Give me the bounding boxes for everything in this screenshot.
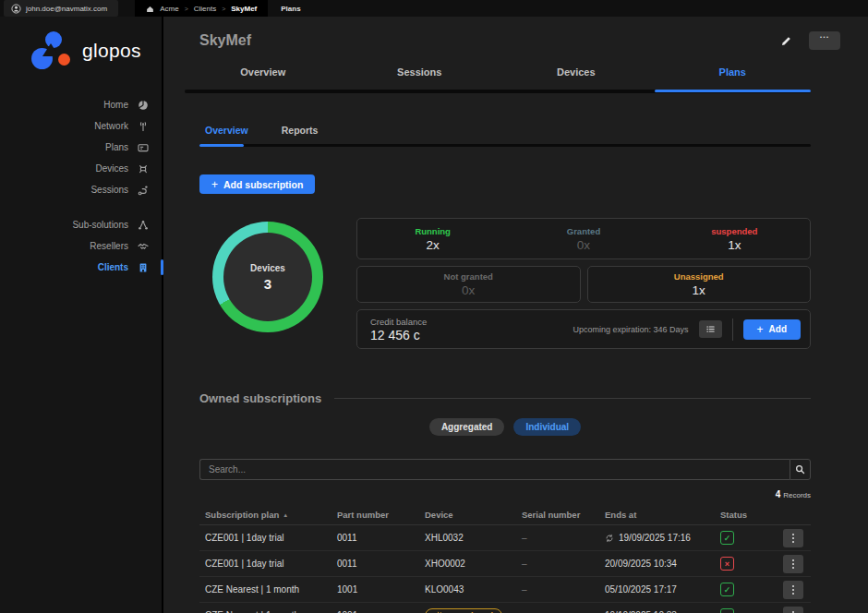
- row-menu-button[interactable]: [783, 607, 803, 613]
- tab-devices[interactable]: Devices: [498, 66, 655, 90]
- topbar-tab-plans[interactable]: Plans: [268, 0, 313, 17]
- page-title: SkyMef: [199, 32, 251, 49]
- table-row[interactable]: CZE Nearest | 1 month 1001 Unassigned – …: [199, 603, 811, 613]
- ellipsis-icon: ...: [820, 31, 830, 40]
- plus-icon: +: [211, 179, 218, 190]
- kebab-icon: [792, 563, 794, 565]
- sidebar-item-devices[interactable]: Devices: [0, 158, 162, 179]
- user-chip[interactable]: john.doe@navmatix.com: [4, 0, 118, 17]
- card-icon: [138, 142, 149, 153]
- stat-suspended: suspended 1x: [659, 226, 810, 252]
- home-icon: [146, 5, 154, 13]
- vertical-divider: [732, 319, 733, 341]
- device-hub-icon: [138, 163, 149, 174]
- route-icon: [138, 185, 149, 196]
- col-part-number[interactable]: Part number: [337, 510, 425, 520]
- row-menu-button[interactable]: [783, 581, 803, 599]
- stat-running: Running 2x: [357, 226, 508, 252]
- tab-overview[interactable]: Overview: [185, 66, 342, 90]
- breadcrumb-item-acme[interactable]: Acme: [160, 5, 178, 13]
- divider-line: [334, 398, 811, 399]
- status-icon: ×: [720, 557, 734, 571]
- search-button[interactable]: [790, 459, 811, 480]
- building-icon: [138, 262, 149, 273]
- row-menu-button[interactable]: [783, 555, 803, 573]
- tab-sessions[interactable]: Sessions: [342, 66, 499, 90]
- donut-center-label: Devices: [250, 263, 285, 273]
- toggle-individual[interactable]: Individual: [513, 418, 581, 436]
- tab-plans[interactable]: Plans: [655, 66, 812, 90]
- owned-subscriptions-header: Owned subscriptions: [199, 391, 811, 405]
- sidebar-item-sessions[interactable]: Sessions: [0, 179, 162, 200]
- view-toggle: Aggregated Individual: [199, 418, 811, 436]
- breadcrumb-item-clients[interactable]: Clients: [194, 5, 216, 13]
- subtab-overview[interactable]: Overview: [205, 125, 248, 144]
- sidebar-item-network[interactable]: Network: [0, 115, 162, 137]
- logo[interactable]: glopos: [31, 31, 162, 70]
- donut-center: Devices 3: [223, 233, 312, 321]
- sidebar: glopos Home Network Plans Devices Sessio…: [0, 17, 163, 613]
- search-input[interactable]: [199, 459, 790, 480]
- table-header-row: Subscription plan▲ Part number Device Se…: [199, 505, 811, 525]
- sidebar-item-home[interactable]: Home: [0, 94, 162, 115]
- sidebar-nav: Home Network Plans Devices Sessions Su: [0, 94, 162, 278]
- active-indicator: [161, 259, 163, 275]
- sidebar-item-clients[interactable]: Clients: [0, 257, 162, 278]
- col-device[interactable]: Device: [425, 510, 522, 520]
- breadcrumb: Acme > Clients > SkyMef: [135, 0, 268, 17]
- breadcrumb-separator: >: [222, 6, 225, 12]
- main-content: SkyMef ... Overview Sessions Devices Pla…: [163, 17, 868, 613]
- status-icon: ✓: [720, 583, 734, 596]
- nodes-icon: [138, 220, 149, 231]
- stat-granted: Granted 0x: [508, 226, 658, 252]
- add-subscription-button[interactable]: + Add subscription: [199, 174, 315, 194]
- row-menu-button[interactable]: [783, 529, 803, 547]
- sidebar-item-sub-solutions[interactable]: Sub-solutions: [0, 214, 162, 235]
- col-status[interactable]: Status: [720, 510, 783, 520]
- table-row[interactable]: CZE001 | 1day trial 0011 XHO0002 – 20/09…: [199, 551, 811, 577]
- handshake-icon: [138, 241, 149, 252]
- table-row[interactable]: CZE001 | 1day trial 0011 XHL0032 – 19/09…: [199, 525, 811, 551]
- credit-balance-value: 12 456 c: [370, 328, 573, 343]
- stat-unassigned-card: Unassigned 1x: [587, 266, 812, 303]
- kebab-icon: [792, 589, 794, 591]
- table-row[interactable]: CZE Nearest | 1 month 1001 KLO0043 – 05/…: [199, 577, 811, 603]
- recurring-icon: [605, 534, 614, 543]
- col-subscription-plan[interactable]: Subscription plan▲: [205, 510, 337, 520]
- active-tab-underline: [655, 90, 812, 92]
- list-icon: [705, 324, 716, 334]
- overview-panel: Devices 3 Running 2x Granted 0x: [199, 218, 811, 349]
- breadcrumb-item-skymef[interactable]: SkyMef: [231, 5, 257, 13]
- pencil-icon: [780, 35, 792, 47]
- sidebar-item-plans[interactable]: Plans: [0, 137, 162, 158]
- topbar: john.doe@navmatix.com Acme > Clients > S…: [0, 0, 868, 17]
- edit-button[interactable]: [780, 35, 792, 47]
- col-ends-at[interactable]: Ends at: [605, 510, 720, 520]
- sidebar-item-resellers[interactable]: Resellers: [0, 235, 162, 257]
- expiration-text: Upcoming expiration: 346 Days: [573, 325, 688, 334]
- credit-balance-label: Credit balance: [370, 317, 573, 327]
- credit-history-button[interactable]: [699, 320, 722, 338]
- toggle-aggregated[interactable]: Aggregated: [429, 418, 505, 436]
- devices-donut-chart: Devices 3: [212, 222, 323, 332]
- subscriptions-table: Subscription plan▲ Part number Device Se…: [199, 505, 811, 613]
- col-serial-number[interactable]: Serial number: [522, 510, 605, 520]
- status-icon: ✓: [720, 531, 734, 545]
- logo-text: glopos: [82, 40, 141, 62]
- user-icon: [11, 4, 21, 14]
- add-credit-button[interactable]: + Add: [743, 319, 801, 340]
- antenna-icon: [138, 121, 149, 132]
- tab-strip: [185, 90, 811, 93]
- page-header: SkyMef ...: [163, 17, 868, 50]
- search-bar: [199, 459, 811, 480]
- plus-icon: +: [757, 324, 764, 335]
- credit-balance-card: Credit balance 12 456 c Upcoming expirat…: [356, 309, 811, 349]
- more-actions-button[interactable]: ...: [809, 31, 840, 50]
- status-summary-card: Running 2x Granted 0x suspended 1x: [356, 218, 811, 259]
- unassigned-badge: Unassigned: [425, 608, 502, 613]
- glopos-logo-icon: [31, 31, 72, 70]
- subtab-reports[interactable]: Reports: [282, 125, 319, 144]
- records-count: 4Records: [199, 485, 811, 501]
- kebab-icon: [792, 537, 794, 539]
- breadcrumb-separator: >: [185, 6, 188, 12]
